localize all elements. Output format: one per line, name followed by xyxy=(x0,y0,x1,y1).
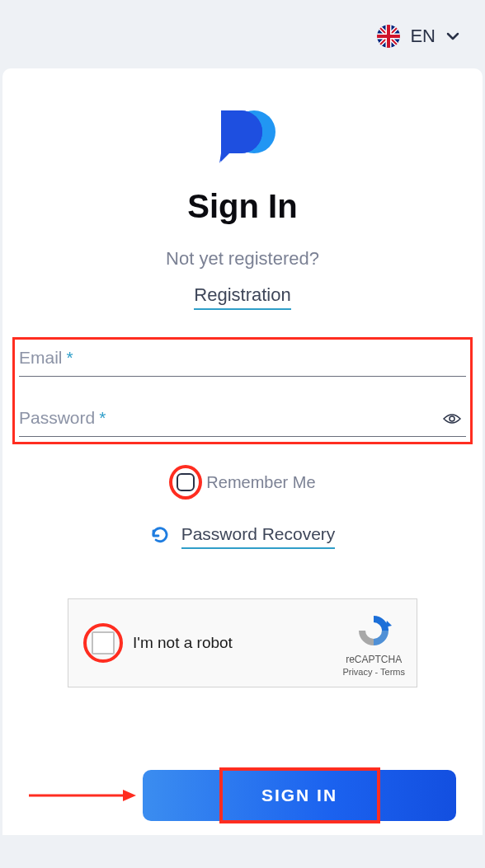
password-label: Password * xyxy=(19,408,466,428)
svg-marker-3 xyxy=(385,621,392,627)
required-asterisk: * xyxy=(99,408,106,428)
subtitle: Not yet registered? xyxy=(19,248,466,270)
signin-button[interactable]: SIGN IN xyxy=(143,770,456,821)
captcha-branding: reCAPTCHA Privacy - Terms xyxy=(342,612,405,677)
registration-link[interactable]: Registration xyxy=(194,284,290,310)
recaptcha-icon xyxy=(356,612,392,649)
uk-flag-icon xyxy=(377,25,400,48)
svg-marker-5 xyxy=(123,790,136,801)
captcha-privacy-link[interactable]: Privacy xyxy=(342,667,372,677)
eye-icon[interactable] xyxy=(443,413,461,425)
logo xyxy=(19,106,466,165)
password-field-wrapper: Password * xyxy=(19,408,466,437)
page-title: Sign In xyxy=(19,188,466,225)
email-input[interactable] xyxy=(19,376,466,377)
signin-card: Sign In Not yet registered? Registration… xyxy=(2,68,483,835)
signin-row: SIGN IN xyxy=(19,770,466,821)
email-label: Email * xyxy=(19,348,466,368)
recaptcha-box: I'm not a robot reCAPTCHA Privacy - Term… xyxy=(68,598,417,687)
captcha-terms-link[interactable]: Terms xyxy=(380,667,405,677)
language-label[interactable]: EN xyxy=(410,26,436,47)
remember-highlight-circle xyxy=(169,465,202,500)
header: EN xyxy=(0,0,485,64)
svg-point-2 xyxy=(450,416,454,421)
remember-label: Remember Me xyxy=(206,473,315,492)
chevron-down-icon[interactable] xyxy=(445,29,460,44)
arrow-right-icon xyxy=(29,787,136,804)
remember-me-row: Remember Me xyxy=(19,465,466,500)
remember-checkbox[interactable] xyxy=(177,473,195,491)
captcha-highlight-circle xyxy=(83,623,123,663)
email-field-wrapper: Email * xyxy=(19,348,466,377)
required-asterisk: * xyxy=(67,348,73,368)
refresh-icon xyxy=(150,525,170,548)
captcha-label: I'm not a robot xyxy=(133,634,233,652)
captcha-checkbox[interactable] xyxy=(92,631,115,655)
password-input[interactable] xyxy=(19,436,466,437)
recovery-row: Password Recovery xyxy=(19,524,466,549)
form-highlight-box: Email * Password * xyxy=(12,337,473,444)
password-recovery-link[interactable]: Password Recovery xyxy=(181,524,336,549)
